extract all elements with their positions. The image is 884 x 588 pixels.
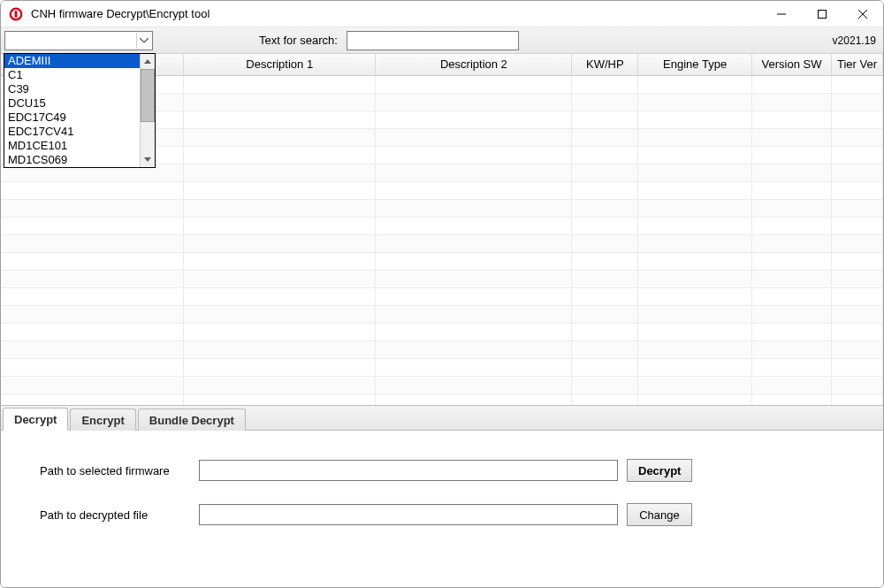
table-row[interactable]: [1, 234, 883, 252]
dropdown-item[interactable]: MD1CS069: [4, 153, 140, 167]
app-title: CNH firmware Decrypt\Encrypt tool: [31, 7, 761, 20]
table-row[interactable]: [1, 252, 883, 270]
table-row[interactable]: [1, 393, 883, 406]
table-row[interactable]: [1, 270, 883, 287]
dropdown-item[interactable]: EDC17C49: [4, 111, 140, 125]
col-description1[interactable]: Description 1: [184, 54, 376, 75]
app-icon: [8, 6, 24, 22]
maximize-button[interactable]: [802, 1, 842, 27]
table-row[interactable]: [1, 376, 883, 393]
search-label: Text for search:: [259, 34, 338, 47]
output-path-label: Path to decrypted file: [40, 508, 190, 522]
scroll-down-icon[interactable]: [141, 152, 155, 167]
scroll-track[interactable]: [141, 122, 155, 152]
col-version-sw[interactable]: Version SW: [752, 54, 832, 75]
dropdown-item[interactable]: C1: [4, 68, 140, 82]
table-row[interactable]: [1, 305, 883, 323]
firmware-type-dropdown[interactable]: ADEMIIIC1C39DCU15EDC17C49EDC17CV41MD1CE1…: [4, 53, 156, 168]
app-window: CNH firmware Decrypt\Encrypt tool Text f…: [0, 0, 884, 588]
tab-bundle-decrypt[interactable]: Bundle Decrypt: [138, 409, 246, 431]
toolbar: Text for search: v2021.19: [1, 27, 883, 54]
firmware-path-input[interactable]: [199, 460, 618, 481]
decrypt-button[interactable]: Decrypt: [627, 459, 692, 482]
tab-strip: Decrypt Encrypt Bundle Decrypt: [1, 406, 883, 431]
titlebar: CNH firmware Decrypt\Encrypt tool: [1, 1, 883, 27]
col-kw-hp[interactable]: KW/HP: [572, 54, 638, 75]
table-row[interactable]: [1, 287, 883, 305]
change-button[interactable]: Change: [627, 503, 692, 526]
output-path-row: Path to decrypted file Change: [40, 503, 857, 526]
dropdown-scrollbar[interactable]: [140, 54, 155, 167]
scroll-thumb[interactable]: [141, 69, 155, 122]
firmware-type-combo[interactable]: [4, 31, 153, 50]
dropdown-item[interactable]: DCU15: [4, 96, 140, 111]
table-row[interactable]: [1, 217, 883, 234]
table-row[interactable]: [1, 323, 883, 340]
scroll-up-icon[interactable]: [141, 54, 155, 69]
table-row[interactable]: [1, 358, 883, 376]
output-path-input[interactable]: [199, 504, 618, 525]
svg-rect-2: [819, 10, 827, 18]
col-description2[interactable]: Description 2: [376, 54, 572, 75]
table-row[interactable]: [1, 340, 883, 358]
dropdown-item[interactable]: EDC17CV41: [4, 125, 140, 139]
svg-rect-1: [15, 11, 18, 18]
chevron-down-icon: [136, 33, 150, 49]
search-input[interactable]: [347, 31, 519, 50]
col-tier-ver[interactable]: Tier Ver: [831, 54, 882, 75]
bottom-panel: Decrypt Encrypt Bundle Decrypt Path to s…: [1, 406, 883, 587]
version-label: v2021.19: [833, 34, 876, 47]
table-row[interactable]: [1, 199, 883, 217]
dropdown-item[interactable]: C39: [4, 82, 140, 96]
tab-encrypt[interactable]: Encrypt: [70, 409, 135, 431]
dropdown-item[interactable]: MD1CE101: [4, 139, 140, 153]
tab-decrypt[interactable]: Decrypt: [3, 408, 68, 431]
firmware-path-row: Path to selected firmware Decrypt: [40, 459, 857, 482]
firmware-path-label: Path to selected firmware: [40, 464, 190, 477]
close-button[interactable]: [842, 1, 883, 27]
table-row[interactable]: [1, 181, 883, 199]
col-engine-type[interactable]: Engine Type: [638, 54, 752, 75]
tab-content-decrypt: Path to selected firmware Decrypt Path t…: [1, 431, 883, 587]
dropdown-item[interactable]: ADEMIII: [4, 54, 140, 68]
minimize-button[interactable]: [761, 1, 802, 27]
